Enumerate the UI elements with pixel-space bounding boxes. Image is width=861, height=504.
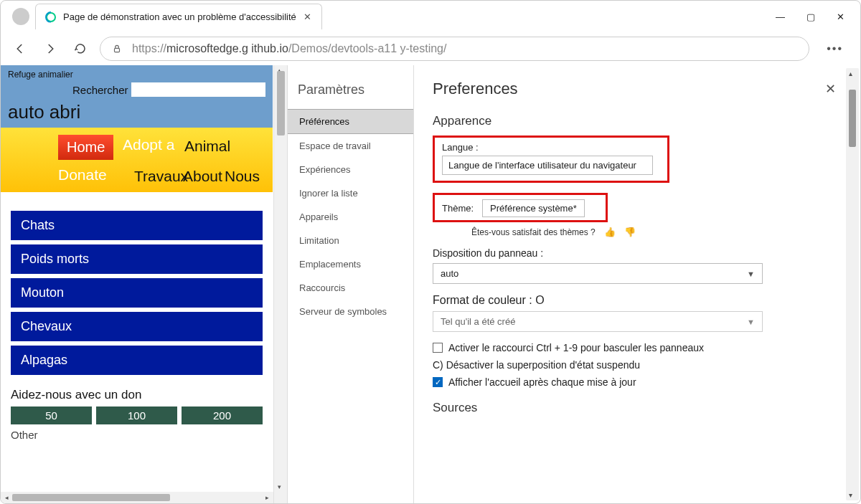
sidebar-item-locations[interactable]: Emplacements (288, 252, 413, 276)
horizontal-scrollbar[interactable]: ◂ ▸ (1, 492, 273, 503)
chevron-down-icon: ▼ (747, 270, 755, 278)
svg-rect-0 (115, 48, 120, 52)
nav-home[interactable]: Home (58, 135, 113, 160)
scroll-thumb[interactable] (849, 90, 856, 147)
section-appearance: Apparence (433, 114, 842, 128)
checkbox-ctrl-shortcut[interactable]: Activer le raccourci Ctrl + 1-9 pour bas… (433, 342, 842, 353)
scroll-down-icon[interactable]: ▾ (849, 491, 852, 499)
donate-heading: Aidez-nous avec un don (1, 381, 273, 406)
site-title: auto abri (1, 101, 273, 128)
sidebar-item-throttling[interactable]: Limitation (288, 229, 413, 252)
preferences-panel: Preferences ✕ Apparence Langue : Langue … (414, 65, 860, 503)
vertical-scrollbar[interactable]: ▴ ▾ (273, 65, 287, 503)
refresh-icon[interactable] (74, 42, 87, 55)
donate-other[interactable]: Other (1, 424, 273, 445)
site-top-label: Refuge animalier (1, 65, 273, 81)
scroll-up-icon[interactable]: ▴ (849, 70, 852, 77)
nav-travaux[interactable]: Travaux (134, 168, 188, 185)
nav-donate[interactable]: Donate (58, 166, 107, 184)
devtools-settings-sidebar: Paramètres Préférences Espace de travail… (288, 65, 414, 503)
sidebar-item-symbol-server[interactable]: Serveur de symboles (288, 300, 413, 323)
close-icon[interactable]: ✕ (837, 11, 844, 22)
scroll-left-icon[interactable]: ◂ (2, 494, 11, 501)
sidebar-item-workspace[interactable]: Espace de travail (288, 134, 413, 158)
category-item[interactable]: Chats (11, 211, 263, 240)
theme-setting-highlight: Thème: Préférence système* (433, 193, 608, 222)
scroll-thumb-h[interactable] (12, 494, 170, 501)
category-item[interactable]: Alpagas (11, 346, 263, 375)
donate-100[interactable]: 100 (96, 406, 177, 424)
sidebar-item-devices[interactable]: Appareils (288, 205, 413, 229)
webpage-pane: Refuge animalier Rechercher auto abri Ho… (1, 65, 288, 503)
theme-feedback-text: Êtes-vous satisfait des thèmes ? (471, 227, 596, 237)
checkbox-icon[interactable] (433, 343, 443, 353)
back-icon[interactable] (14, 42, 27, 55)
language-label: Langue : (442, 142, 660, 153)
color-format-label: Format de couleur : O (433, 294, 842, 307)
language-value: Langue de l'interface utilisateur du nav… (448, 160, 636, 171)
donate-50[interactable]: 50 (11, 406, 92, 424)
nav-animal[interactable]: Animal (184, 138, 230, 155)
address-bar[interactable]: https://microsoftedge.g ithub.io/Demos/d… (100, 37, 809, 61)
language-setting-highlight: Langue : Langue de l'interface utilisate… (433, 135, 669, 183)
scroll-down-icon[interactable]: ▾ (278, 483, 281, 490)
nav-adopt[interactable]: Adopt a (123, 136, 174, 153)
preferences-heading: Preferences (433, 80, 518, 98)
checkbox-disable-overlay[interactable]: C) Désactiver la superposition d'état su… (433, 359, 842, 371)
sidebar-item-ignore-list[interactable]: Ignorer la liste (288, 181, 413, 205)
forward-icon[interactable] (44, 42, 57, 55)
category-list: Chats Poids morts Mouton Chevaux Alpagas (1, 192, 273, 381)
category-item[interactable]: Chevaux (11, 312, 263, 341)
preferences-scrollbar[interactable]: ▴ ▾ (846, 68, 859, 500)
maximize-icon[interactable]: ▢ (806, 11, 815, 22)
panel-layout-value: auto (441, 268, 458, 279)
checkbox-checked-icon[interactable]: ✓ (433, 377, 443, 387)
theme-select[interactable]: Préférence système* (482, 199, 585, 217)
theme-feedback: Êtes-vous satisfait des thèmes ? 👍 👎 (471, 227, 842, 237)
thumbs-up-icon[interactable]: 👍 (604, 227, 616, 237)
tab-title: Page de démonstration avec un problème d… (63, 11, 296, 22)
window-titlebar: Page de démonstration avec un problème d… (1, 1, 860, 32)
search-input[interactable] (131, 82, 265, 97)
donate-200[interactable]: 200 (182, 406, 263, 424)
scroll-right-icon[interactable]: ▸ (263, 494, 272, 501)
profile-avatar[interactable] (12, 8, 29, 25)
thumbs-down-icon[interactable]: 👎 (624, 227, 636, 237)
category-item[interactable]: Mouton (11, 278, 263, 308)
tab-close-icon[interactable]: ✕ (304, 11, 311, 22)
category-item[interactable]: Poids morts (11, 244, 263, 274)
toolbar: https://microsoftedge.g ithub.io/Demos/d… (1, 32, 860, 65)
sidebar-item-experiments[interactable]: Expériences (288, 158, 413, 181)
section-sources: Sources (433, 401, 842, 415)
more-menu-icon[interactable]: ••• (817, 42, 853, 55)
scroll-thumb[interactable] (277, 71, 285, 135)
sidebar-item-shortcuts[interactable]: Raccourcis (288, 276, 413, 300)
nav-nous[interactable]: Nous (225, 168, 260, 185)
color-format-value: Tel qu'il a été créé (441, 316, 515, 327)
window-controls: — ▢ ✕ (776, 11, 855, 22)
minimize-icon[interactable]: — (776, 11, 785, 22)
url-text: https://microsoftedge.g ithub.io/Demos/d… (132, 42, 446, 55)
language-select[interactable]: Langue de l'interface utilisateur du nav… (442, 156, 653, 175)
lock-icon (112, 44, 122, 54)
checkbox-label: Afficher l'accueil après chaque mise à j… (448, 376, 636, 388)
color-format-select[interactable]: Tel qu'il a été créé ▼ (433, 311, 763, 332)
chevron-down-icon: ▼ (747, 318, 755, 326)
checkbox-show-welcome[interactable]: ✓ Afficher l'accueil après chaque mise à… (433, 376, 842, 388)
settings-title: Paramètres (288, 75, 413, 109)
sidebar-item-preferences[interactable]: Préférences (288, 109, 413, 134)
theme-value: Préférence système* (490, 203, 577, 214)
search-label: Rechercher (72, 84, 128, 96)
donate-row: 50 100 200 (1, 406, 273, 424)
theme-label: Thème: (442, 203, 474, 214)
search-row: Rechercher (1, 81, 273, 101)
close-settings-icon[interactable]: ✕ (819, 78, 842, 100)
nav-about[interactable]: About (183, 168, 222, 185)
checkbox-label: Activer le raccourci Ctrl + 1-9 pour bas… (448, 342, 704, 353)
edge-favicon (46, 12, 56, 22)
panel-layout-select[interactable]: auto ▼ (433, 263, 763, 284)
main-nav: Home Adopt a Animal Donate Travaux About… (1, 128, 273, 192)
browser-tab[interactable]: Page de démonstration avec un problème d… (35, 4, 322, 29)
panel-layout-label: Disposition du panneau : (433, 247, 842, 259)
checkbox-label: C) Désactiver la superposition d'état su… (433, 359, 640, 371)
